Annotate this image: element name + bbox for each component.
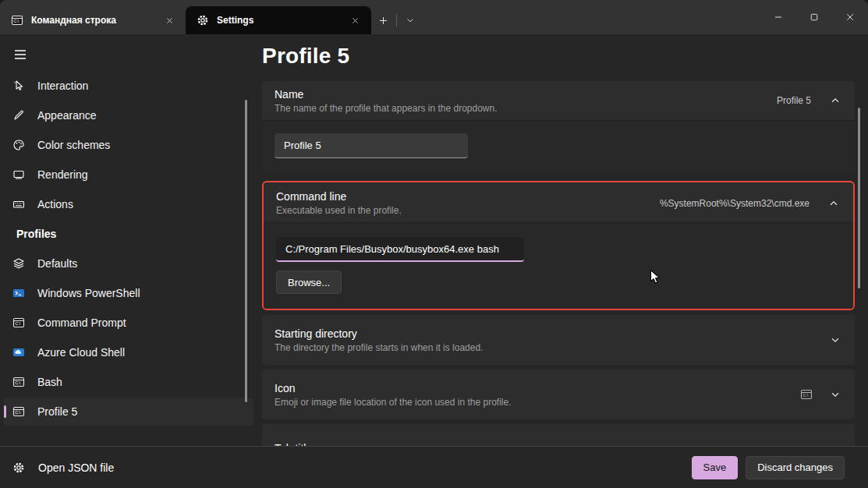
gear-icon: [12, 461, 25, 474]
sidebar-item-label: Actions: [37, 198, 73, 210]
chevron-up-icon[interactable]: [828, 198, 839, 209]
svg-text:C:\: C:\: [802, 393, 809, 398]
cmd-window-icon: C:\: [11, 14, 23, 27]
browse-button[interactable]: Browse...: [276, 271, 342, 294]
cursor-click-icon: [12, 80, 25, 92]
powershell-icon: [12, 287, 25, 299]
name-card-header[interactable]: Name The name of the profile that appear…: [262, 81, 855, 120]
tab-title-card-header[interactable]: Tab title: [262, 424, 855, 446]
card-description: Executable used in the profile.: [276, 205, 660, 216]
card-description: The directory the profile starts in when…: [275, 342, 830, 353]
sidebar-item-label: Appearance: [37, 109, 97, 122]
tab-command-prompt[interactable]: C:\ Командная строка: [0, 6, 186, 34]
tabbar-separator: [396, 14, 397, 27]
sidebar-item-defaults[interactable]: Defaults: [4, 249, 253, 278]
monitor-icon: [12, 168, 25, 181]
settings-nav-sidebar: Interaction Appearance Color schemes Ren…: [0, 34, 257, 446]
terminal-settings-window: C:\ Командная строка Settings: [0, 0, 868, 488]
card-description: Emoji or image file location of the icon…: [275, 397, 800, 408]
command-line-card: Command line Executable used in the prof…: [262, 181, 855, 310]
close-window-button[interactable]: [832, 0, 868, 34]
content-scrollbar[interactable]: [858, 108, 860, 288]
open-json-file-label: Open JSON file: [38, 461, 114, 474]
cmd-window-icon: C:\: [12, 405, 25, 418]
sidebar-item-color-schemes[interactable]: Color schemes: [4, 131, 253, 159]
sidebar-item-label: Color schemes: [37, 139, 110, 151]
sidebar-item-azure-cloud-shell[interactable]: Azure Cloud Shell: [4, 338, 253, 366]
command-line-card-body: Browse...: [264, 222, 853, 309]
gear-icon: [197, 14, 209, 27]
card-current-value: Profile 5: [777, 95, 811, 106]
palette-icon: [12, 139, 25, 151]
sidebar-item-actions[interactable]: Actions: [4, 190, 253, 218]
starting-directory-card-header[interactable]: Starting directory The directory the pro…: [262, 315, 855, 365]
name-card-body: [262, 120, 855, 171]
cmd-window-icon: C:\: [800, 388, 813, 401]
cmd-window-icon: C:\: [12, 316, 25, 329]
name-card: Name The name of the profile that appear…: [262, 81, 855, 171]
tab-settings[interactable]: Settings: [186, 6, 371, 34]
sidebar-item-command-prompt[interactable]: C:\ Command Prompt: [4, 309, 253, 337]
tab-dropdown-button[interactable]: [399, 6, 422, 34]
sidebar-item-rendering[interactable]: Rendering: [4, 161, 253, 189]
pen-icon: [12, 109, 25, 122]
card-title: Command line: [276, 190, 660, 203]
svg-text:C:\: C:\: [15, 410, 21, 415]
command-line-card-header[interactable]: Command line Executable used in the prof…: [264, 182, 853, 222]
sidebar-item-label: Azure Cloud Shell: [37, 346, 125, 359]
card-title: Icon: [275, 382, 800, 394]
minimize-button[interactable]: [760, 0, 796, 34]
chevron-down-icon[interactable]: [830, 389, 841, 400]
titlebar: C:\ Командная строка Settings: [0, 0, 868, 34]
svg-text:C:\: C:\: [13, 19, 19, 23]
svg-text:C:\: C:\: [15, 380, 21, 385]
save-button[interactable]: Save: [692, 456, 739, 479]
command-line-input[interactable]: [276, 237, 524, 262]
new-tab-button[interactable]: [371, 6, 395, 34]
sidebar-item-windows-powershell[interactable]: Windows PowerShell: [4, 279, 253, 307]
hamburger-menu-icon[interactable]: [6, 42, 34, 67]
settings-content: Profile 5 Name The name of the profile t…: [257, 34, 868, 446]
svg-text:C:\: C:\: [15, 321, 21, 326]
sidebar-item-label: Command Prompt: [37, 316, 126, 329]
sidebar-item-profile-5[interactable]: C:\ Profile 5: [4, 398, 253, 426]
window-controls: [760, 0, 868, 34]
sidebar-item-label: Defaults: [37, 257, 77, 270]
sidebar-item-label: Interaction: [37, 80, 88, 92]
sidebar-item-label: Profile 5: [37, 405, 77, 418]
cmd-window-icon: C:\: [12, 376, 25, 388]
sidebar-item-label: Rendering: [37, 168, 88, 181]
app-body: Interaction Appearance Color schemes Ren…: [0, 34, 868, 446]
profile-name-input[interactable]: [275, 133, 468, 158]
tab-title-card: Tab title: [262, 424, 855, 446]
keyboard-icon: [12, 198, 25, 210]
profiles-section-header: Profiles: [4, 220, 253, 248]
card-title: Starting directory: [275, 327, 830, 340]
azure-cloud-icon: [12, 346, 25, 359]
open-json-file-button[interactable]: Open JSON file: [12, 461, 114, 474]
discard-changes-button[interactable]: Discard changes: [746, 456, 845, 479]
icon-card: Icon Emoji or image file location of the…: [262, 370, 855, 419]
card-title: Name: [275, 88, 777, 101]
card-current-value: %SystemRoot%\System32\cmd.exe: [660, 198, 810, 209]
card-title: Tab title: [275, 442, 844, 447]
card-description: The name of the profile that appears in …: [275, 103, 777, 114]
page-title: Profile 5: [262, 44, 855, 69]
starting-directory-card: Starting directory The directory the pro…: [262, 315, 855, 365]
tab-label: Командная строка: [31, 15, 153, 26]
sidebar-item-interaction[interactable]: Interaction: [4, 72, 253, 100]
sidebar-item-label: Windows PowerShell: [37, 287, 140, 299]
maximize-button[interactable]: [796, 0, 832, 34]
close-tab-icon[interactable]: [161, 12, 178, 29]
icon-card-header[interactable]: Icon Emoji or image file location of the…: [262, 370, 855, 419]
layers-icon: [12, 257, 25, 270]
close-tab-icon[interactable]: [346, 12, 363, 29]
chevron-up-icon[interactable]: [830, 95, 841, 106]
sidebar-item-label: Bash: [37, 376, 62, 388]
sidebar-item-bash[interactable]: C:\ Bash: [4, 368, 253, 396]
tab-label: Settings: [217, 15, 338, 26]
sidebar-scrollbar[interactable]: [245, 100, 247, 402]
sidebar-item-appearance[interactable]: Appearance: [4, 101, 253, 129]
chevron-down-icon[interactable]: [830, 334, 841, 345]
footer-bar: Open JSON file Save Discard changes: [0, 446, 868, 488]
